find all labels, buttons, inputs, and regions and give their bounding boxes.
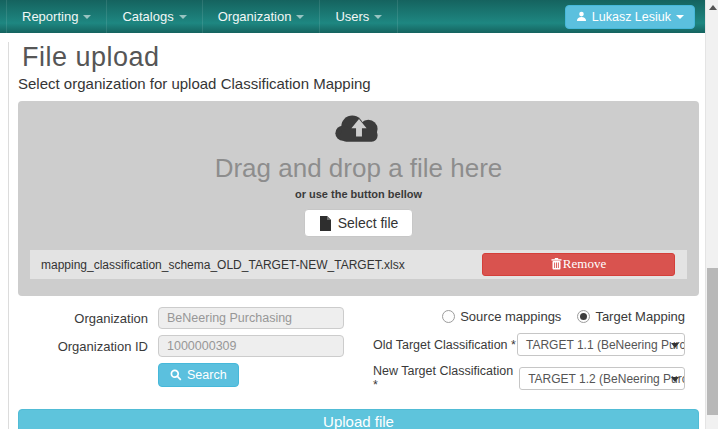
organization-field[interactable] <box>158 307 344 329</box>
chevron-down-icon <box>671 343 679 348</box>
radio-target-mapping[interactable]: Target Mapping <box>577 309 685 324</box>
upload-file-button[interactable]: Upload file <box>18 409 699 429</box>
radio-label: Target Mapping <box>595 309 685 324</box>
search-icon <box>170 369 182 381</box>
nav-item-users[interactable]: Users <box>320 0 398 33</box>
page-subtitle: Select organization for upload Classific… <box>18 75 699 92</box>
organization-id-label: Organization ID <box>40 339 148 354</box>
vertical-scrollbar[interactable] <box>705 0 718 429</box>
nav-item-label: Users <box>335 9 369 24</box>
radio-checked-icon <box>577 310 590 323</box>
chevron-down-icon <box>296 15 304 19</box>
nav-item-catalogs[interactable]: Catalogs <box>107 0 202 33</box>
cloud-upload-icon <box>332 110 386 148</box>
search-button-label: Search <box>187 368 227 382</box>
chevron-down-icon <box>179 15 187 19</box>
file-upload-panel: File upload Select organization for uplo… <box>8 42 709 429</box>
select-file-button[interactable]: Select file <box>304 209 414 237</box>
chevron-down-icon <box>676 15 684 19</box>
remove-file-label: Remove <box>563 256 606 272</box>
chevron-down-icon <box>374 15 382 19</box>
old-target-classification-label: Old Target Classification * <box>373 338 516 352</box>
selected-option: TARGET 1.1 (BeNeering Purchasing) <box>526 338 685 352</box>
old-target-classification-select[interactable]: TARGET 1.1 (BeNeering Purchasing) <box>517 333 685 356</box>
organization-label: Organization <box>40 311 148 326</box>
radio-icon <box>442 310 455 323</box>
radio-label: Source mappings <box>460 309 561 324</box>
page-title: File upload <box>22 42 699 73</box>
dropzone-hint: or use the button bellow <box>30 188 687 200</box>
nav-item-reporting[interactable]: Reporting <box>6 0 107 33</box>
search-button[interactable]: Search <box>158 363 239 387</box>
chevron-down-icon <box>83 15 91 19</box>
nav-item-label: Catalogs <box>122 9 173 24</box>
selected-option: TARGET 1.2 (BeNeering Purchasing) <box>528 372 685 386</box>
mapping-type-radio-group: Source mappings Target Mapping <box>373 309 685 324</box>
uploaded-file-name: mapping_classification_schema_OLD_TARGET… <box>41 258 482 272</box>
nav-item-organization[interactable]: Organization <box>203 0 321 33</box>
scroll-up-icon[interactable] <box>709 5 717 10</box>
organization-id-field[interactable] <box>158 335 344 357</box>
user-menu-button[interactable]: Lukasz Lesiuk <box>565 5 695 29</box>
new-target-classification-label: New Target Classification * <box>373 364 519 392</box>
chevron-down-icon <box>671 377 679 382</box>
new-target-classification-select[interactable]: TARGET 1.2 (BeNeering Purchasing) <box>519 367 685 390</box>
nav-item-label: Organization <box>218 9 292 24</box>
select-file-label: Select file <box>338 215 399 231</box>
organization-form-section: Organization Organization ID Search <box>40 307 360 400</box>
trash-icon <box>551 258 562 270</box>
dropzone-title: Drag and drop a file here <box>30 153 687 184</box>
upload-form: Organization Organization ID Search <box>18 296 699 400</box>
drag-drop-zone[interactable]: Drag and drop a file here or use the but… <box>18 101 699 296</box>
user-name: Lukasz Lesiuk <box>592 10 671 24</box>
radio-source-mappings[interactable]: Source mappings <box>442 309 561 324</box>
nav-item-label: Reporting <box>22 9 78 24</box>
uploaded-file-row: mapping_classification_schema_OLD_TARGET… <box>30 250 687 279</box>
file-icon <box>319 216 331 231</box>
remove-file-button[interactable]: Remove <box>482 253 675 276</box>
user-icon <box>576 11 587 22</box>
classification-form-section: Source mappings Target Mapping Old Targe… <box>373 307 685 400</box>
scrollbar-thumb[interactable] <box>707 268 718 415</box>
top-navbar: Reporting Catalogs Organization Users Lu… <box>0 0 705 33</box>
